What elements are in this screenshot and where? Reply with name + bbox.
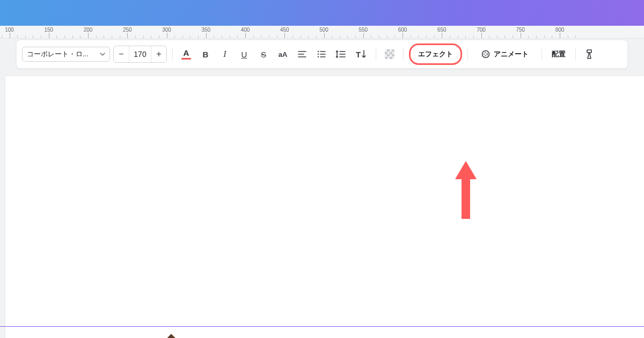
vertical-text-button[interactable]: T [352, 46, 370, 62]
ruler-tick-label: 800 [555, 27, 565, 33]
letter-case-icon: aA [279, 50, 288, 58]
app-header-gradient [0, 0, 644, 26]
list-icon [317, 49, 326, 59]
ruler-tick-label: 350 [201, 27, 210, 33]
underline-icon: U [241, 50, 247, 59]
font-size-stepper: − 170 + [113, 46, 167, 63]
ruler-tick-label: 300 [162, 27, 171, 33]
ruler-tick-label: 200 [84, 27, 93, 33]
annotation-arrow-icon [452, 161, 479, 225]
line-spacing-icon [335, 49, 346, 59]
animate-label: アニメート [494, 49, 529, 59]
text-color-a-icon: A [184, 49, 189, 57]
bold-icon: B [203, 50, 209, 59]
letter-case-button[interactable]: aA [275, 46, 291, 62]
separator [541, 48, 542, 60]
animate-icon [481, 49, 491, 59]
ruler-tick-label: 150 [44, 27, 53, 33]
canvas-area[interactable]: 敵底比お [0, 70, 644, 338]
font-size-increase-button[interactable]: + [151, 46, 166, 62]
ruler-tick-label: 400 [241, 27, 250, 33]
format-painter-button[interactable] [581, 46, 597, 62]
underline-button[interactable]: U [236, 46, 252, 62]
design-canvas[interactable] [5, 76, 644, 338]
separator [376, 48, 376, 60]
toolbar-container: コーポレート・ロ... − 170 + A B I U S aA [0, 39, 644, 70]
svg-point-3 [318, 51, 319, 52]
effects-label: エフェクト [418, 49, 453, 59]
separator [403, 48, 404, 60]
ruler-tick-label: 100 [5, 27, 14, 33]
ruler-tick-label: 600 [398, 27, 407, 33]
transparency-icon [385, 49, 394, 59]
vertical-text-icon: T [356, 50, 367, 59]
text-align-button[interactable] [294, 46, 310, 62]
ruler-tick-label: 500 [319, 27, 328, 33]
align-icon [297, 49, 307, 59]
text-selection-frame[interactable]: 敵底比お [0, 326, 644, 338]
font-family-label: コーポレート・ロ... [27, 49, 98, 59]
ruler-tick-label: 700 [477, 27, 486, 33]
svg-point-13 [484, 53, 487, 56]
separator [575, 48, 576, 60]
ruler-tick-label: 750 [516, 27, 525, 33]
text-color-swatch [181, 58, 191, 60]
bold-button[interactable]: B [197, 46, 214, 62]
svg-point-7 [318, 56, 319, 57]
font-family-select[interactable]: コーポレート・ロ... [22, 47, 110, 62]
position-label: 配置 [552, 49, 566, 59]
strikethrough-button[interactable]: S [255, 46, 272, 62]
position-button[interactable]: 配置 [547, 46, 570, 63]
text-color-button[interactable]: A [178, 46, 194, 62]
ruler-tick-label: 650 [437, 27, 447, 33]
italic-icon: I [223, 49, 226, 59]
text-toolbar: コーポレート・ロ... − 170 + A B I U S aA [16, 40, 628, 69]
svg-point-12 [482, 51, 489, 58]
separator [467, 48, 468, 60]
separator [172, 48, 173, 60]
strikethrough-icon: S [261, 50, 266, 59]
ruler-tick-label: 450 [280, 27, 289, 33]
ruler-tick-label: 250 [123, 27, 132, 33]
font-size-decrease-button[interactable]: − [114, 46, 129, 62]
format-painter-icon [584, 49, 594, 60]
effects-button-highlight: エフェクト [409, 43, 462, 65]
svg-point-5 [318, 54, 319, 55]
ruler-tick-label: 550 [358, 27, 368, 33]
chevron-down-icon [100, 52, 105, 57]
line-spacing-button[interactable] [333, 46, 349, 62]
list-button[interactable] [313, 46, 330, 62]
effects-button[interactable]: エフェクト [418, 46, 453, 63]
animate-button[interactable]: アニメート [473, 46, 536, 63]
transparency-button[interactable] [382, 46, 398, 62]
italic-button[interactable]: I [217, 46, 233, 62]
horizontal-ruler: 1001502002503003504004505005506006507007… [0, 26, 644, 39]
font-size-value[interactable]: 170 [129, 46, 151, 62]
